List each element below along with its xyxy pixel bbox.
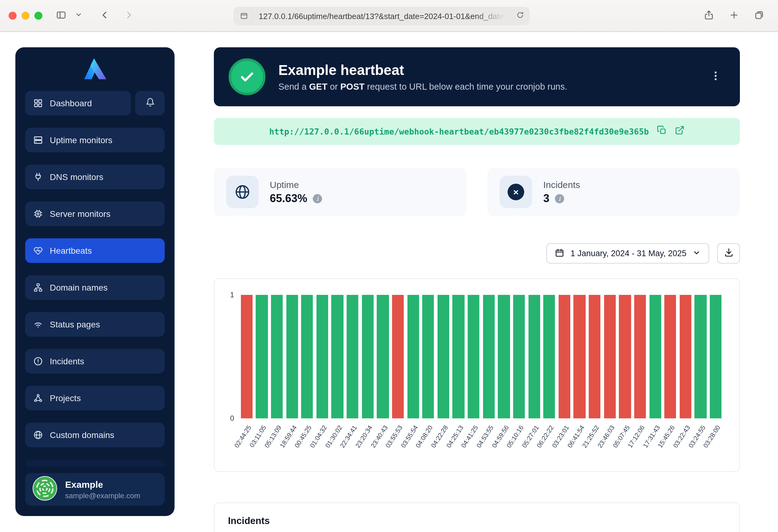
heartbeat-bar-down[interactable] xyxy=(634,295,646,418)
heartbeat-bar-up[interactable] xyxy=(301,295,313,418)
heartbeat-bar-up[interactable] xyxy=(271,295,283,418)
reload-icon[interactable] xyxy=(516,10,524,21)
x-circle-icon: × xyxy=(508,184,524,200)
sidebar-item-status-pages[interactable]: Status pages xyxy=(25,312,165,337)
more-options-button[interactable] xyxy=(706,67,725,86)
heartbeat-bar-up[interactable] xyxy=(346,295,358,418)
sidebar-item-incidents[interactable]: Incidents xyxy=(25,349,165,373)
heartbeat-bar-down[interactable] xyxy=(392,295,404,418)
y-tick-bottom: 0 xyxy=(230,414,234,423)
close-window-button[interactable] xyxy=(9,12,17,20)
sidebar-item-uptime-monitors[interactable]: Uptime monitors xyxy=(25,128,165,152)
heartbeat-bar-up[interactable] xyxy=(483,295,494,418)
zoom-window-button[interactable] xyxy=(34,12,43,20)
sidebar-item-projects[interactable]: Projects xyxy=(25,386,165,410)
avatar xyxy=(32,476,57,503)
back-icon xyxy=(99,9,110,22)
sidebar-row: Status pages xyxy=(25,312,165,337)
bar-slot xyxy=(708,295,723,418)
heartbeat-bar-up[interactable] xyxy=(286,295,298,418)
heartbeat-bar-up[interactable] xyxy=(438,295,449,418)
sidebar-row: Dashboard xyxy=(25,91,165,115)
heartbeat-bar-up[interactable] xyxy=(256,295,267,418)
browser-window: 127.0.0.1/66uptime/heartbeat/13?&start_d… xyxy=(0,0,778,532)
uptime-info-icon[interactable]: i xyxy=(313,194,322,203)
sidebar-toggle-button[interactable] xyxy=(55,8,68,23)
sidebar-item-domain-names[interactable]: Domain names xyxy=(25,275,165,300)
heartbeat-bar-up[interactable] xyxy=(468,295,479,418)
heartbeat-bar-up[interactable] xyxy=(377,295,389,418)
heartbeat-bar-down[interactable] xyxy=(664,295,676,418)
logo-mark xyxy=(81,56,108,81)
webhook-url[interactable]: http://127.0.0.1/66uptime/webhook-heartb… xyxy=(269,126,649,137)
heartbeat-bar-up[interactable] xyxy=(407,295,419,418)
bar-slot xyxy=(466,295,481,418)
address-bar[interactable]: 127.0.0.1/66uptime/heartbeat/13?&start_d… xyxy=(234,7,530,25)
download-button[interactable] xyxy=(717,243,740,264)
page-viewport: DashboardUptime monitorsDNS monitorsServ… xyxy=(0,32,778,532)
minimize-window-button[interactable] xyxy=(21,12,29,20)
heartbeat-bar-up[interactable] xyxy=(710,295,721,418)
heartbeat-bar-down[interactable] xyxy=(680,295,691,418)
heartbeat-chart: 1 0 02:44:2503:11:0505:13:0918:59:4400:4… xyxy=(214,278,740,472)
heartbeat-bar-down[interactable] xyxy=(604,295,615,418)
heartbeat-bar-up[interactable] xyxy=(453,295,464,418)
heartbeat-bar-up[interactable] xyxy=(649,295,661,418)
heartbeat-bar-down[interactable] xyxy=(241,295,252,418)
heartbeat-bar-up[interactable] xyxy=(528,295,540,418)
heartbeat-bar-up[interactable] xyxy=(513,295,525,418)
sidebar-item-label: Domain names xyxy=(50,283,107,292)
calendar-icon xyxy=(555,248,564,259)
bar-slot xyxy=(300,295,315,418)
heartbeat-header-card: Example heartbeat Send a GET or POST req… xyxy=(214,47,740,106)
profile-card[interactable]: Example sample@example.com xyxy=(25,473,165,506)
open-url-button[interactable] xyxy=(675,125,685,138)
sidebar-item-dns-monitors[interactable]: DNS monitors xyxy=(25,165,165,189)
heartbeat-bar-down[interactable] xyxy=(574,295,586,418)
sidebar-item-dashboard[interactable]: Dashboard xyxy=(25,91,131,115)
chevron-down-icon xyxy=(693,249,701,258)
sidebar-item-heartbeats[interactable]: Heartbeats xyxy=(25,238,165,263)
sidebar-item-server-monitors[interactable]: Server monitors xyxy=(25,201,165,226)
bar-slot xyxy=(481,295,496,418)
bar-slot xyxy=(693,295,708,418)
heartbeat-bar-up[interactable] xyxy=(331,295,343,418)
toolbar-chevron-button[interactable] xyxy=(74,10,84,21)
heartbeat-bar-up[interactable] xyxy=(316,295,328,418)
heartbeat-bar-up[interactable] xyxy=(543,295,555,418)
heartbeat-bar-down[interactable] xyxy=(589,295,600,418)
panel-icon xyxy=(56,9,66,22)
share-button[interactable] xyxy=(702,8,715,23)
forward-button[interactable] xyxy=(122,8,135,23)
heartbeat-bar-down[interactable] xyxy=(559,295,570,418)
new-tab-button[interactable] xyxy=(727,8,741,23)
bell-icon xyxy=(145,97,155,109)
sidebar-item-label: Incidents xyxy=(50,356,84,366)
tab-overview-button[interactable] xyxy=(753,8,766,23)
bar-slot xyxy=(436,295,451,418)
incidents-info-icon[interactable]: i xyxy=(555,194,564,203)
profile-name: Example xyxy=(65,479,140,490)
heartbeat-bar-up[interactable] xyxy=(695,295,706,418)
date-range-button[interactable]: 1 January, 2024 - 31 May, 2025 xyxy=(547,243,709,264)
app-logo[interactable] xyxy=(25,55,165,82)
sidebar-item-custom-domains[interactable]: Custom domains xyxy=(25,423,165,447)
bar-slot xyxy=(239,295,254,418)
copy-url-button[interactable] xyxy=(657,125,667,138)
heartbeat-bar-up[interactable] xyxy=(422,295,434,418)
cpu-icon xyxy=(33,209,43,219)
heartbeat-bar-down[interactable] xyxy=(619,295,631,418)
alert-icon xyxy=(33,356,43,366)
back-button[interactable] xyxy=(98,8,111,23)
bar-slot xyxy=(527,295,542,418)
date-range-label: 1 January, 2024 - 31 May, 2025 xyxy=(570,249,686,258)
kebab-icon xyxy=(710,73,721,83)
notifications-button[interactable] xyxy=(135,91,165,115)
bar-slot xyxy=(587,295,602,418)
heartbeat-bar-up[interactable] xyxy=(498,295,510,418)
page-subtitle: Send a GET or POST request to URL below … xyxy=(279,82,567,92)
chart-toolbar: 1 January, 2024 - 31 May, 2025 xyxy=(214,243,740,264)
uptime-stat-card: Uptime 65.63% i xyxy=(214,168,466,216)
bar-slot xyxy=(602,295,617,418)
heartbeat-bar-up[interactable] xyxy=(362,295,373,418)
